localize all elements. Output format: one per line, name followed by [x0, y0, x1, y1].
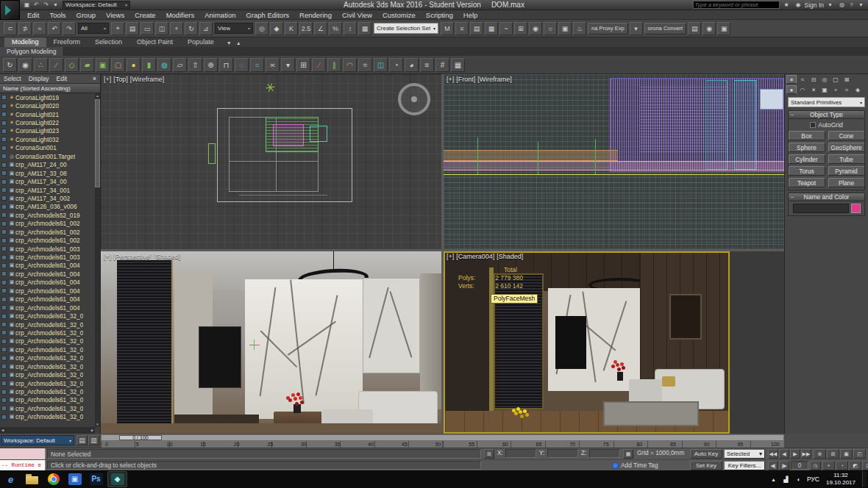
selection-filter-dropdown[interactable]: All▾: [78, 23, 109, 34]
scroll-down-icon[interactable]: ▼: [95, 422, 100, 427]
polygon-mode-icon[interactable]: ▰: [80, 58, 94, 72]
macro-recorder-line[interactable]: [0, 448, 46, 459]
create-cone-button[interactable]: Cone: [828, 131, 865, 140]
geometry-category-icon[interactable]: ●: [786, 85, 797, 94]
explorer-item[interactable]: ▣crp_Archmodels61_32_0: [0, 312, 95, 320]
explorer-menu-edit[interactable]: Edit: [53, 75, 71, 82]
scene-explorer-toggle-icon[interactable]: ▤: [77, 435, 88, 445]
menu-item-modifiers[interactable]: Modifiers: [161, 10, 200, 20]
select-and-scale-icon[interactable]: ⊿: [199, 22, 213, 35]
scrollbar-thumb[interactable]: [95, 99, 100, 187]
explorer-item[interactable]: ▣crp_AM117_34_002: [0, 194, 95, 202]
taskbar-clock[interactable]: 11:32 19.10.2017: [823, 472, 858, 487]
menu-item-tools[interactable]: Tools: [44, 10, 71, 20]
polygon-modeling-panel-tab[interactable]: Polygon Modeling: [0, 47, 64, 56]
show-desktop-button[interactable]: [862, 471, 867, 487]
create-sphere-button[interactable]: Sphere: [789, 143, 825, 152]
explorer-item[interactable]: ▣crp_AM117_34_00: [0, 177, 95, 185]
viewport-camera[interactable]: Total Polys: 2 779 380 Verts: 2 610 142 …: [444, 251, 784, 434]
pov-label[interactable]: [Top]: [113, 76, 128, 83]
helpers-category-icon[interactable]: +: [830, 85, 841, 94]
bevel-icon[interactable]: ⊕: [204, 58, 218, 72]
menu-item-animation[interactable]: Animation: [199, 10, 241, 20]
undo-scene-icon[interactable]: ↶: [48, 22, 61, 35]
select-object-icon[interactable]: ⌖: [111, 22, 124, 35]
explorer-item[interactable]: ▣crp_Archmodels61_003: [0, 253, 95, 261]
explorer-horizontal-scrollbar[interactable]: ◀ ▶: [0, 427, 95, 434]
align-tool-icon[interactable]: #: [435, 58, 449, 72]
explorer-sort-header[interactable]: Name (Sorted Ascending): [0, 84, 100, 93]
spinner-snap-icon[interactable]: ↕: [344, 22, 357, 35]
x-coordinate-input[interactable]: [505, 449, 536, 458]
element-mode-icon[interactable]: ▣: [96, 58, 110, 72]
scroll-right-icon[interactable]: ▶: [90, 428, 95, 433]
explorer-item[interactable]: ☀CoronaLight019: [0, 93, 95, 101]
create-tube-button[interactable]: Tube: [828, 154, 865, 164]
explorer-item[interactable]: ▣crp_Archmodels61_004: [0, 279, 95, 287]
explorer-item[interactable]: ▣crp_Archmodels61_32_0: [0, 362, 95, 370]
ribbon-tab-modeling[interactable]: Modeling: [4, 37, 46, 47]
menu-item-group[interactable]: Group: [71, 10, 101, 20]
layer-visibility-icon[interactable]: [1, 415, 7, 420]
torus-tool-icon[interactable]: ◍: [157, 58, 171, 72]
ribbon-minimize-icon[interactable]: ▴: [234, 38, 243, 47]
layer-visibility-icon[interactable]: [1, 146, 7, 151]
redo-icon[interactable]: ↷: [41, 1, 51, 10]
ribbon-tab-selection[interactable]: Selection: [88, 37, 129, 47]
motion-tab-icon[interactable]: ◎: [819, 75, 830, 84]
language-indicator[interactable]: РУС: [807, 476, 819, 483]
explorer-vertical-scrollbar[interactable]: ▲ ▼: [95, 93, 100, 427]
layer-explorer-toggle-icon[interactable]: ▥: [88, 435, 99, 445]
slice-icon[interactable]: ∕: [312, 58, 326, 72]
menu-item-graph-editors[interactable]: Graph Editors: [241, 10, 294, 20]
grid-snap-icon[interactable]: ▦: [623, 449, 633, 459]
layer-visibility-icon[interactable]: [1, 204, 7, 209]
explorer-menu-select[interactable]: Select: [0, 75, 25, 82]
ring-icon[interactable]: ○: [250, 58, 264, 72]
absolute-mode-transform-icon[interactable]: ⊞: [484, 449, 494, 459]
swift-loop-icon[interactable]: ∥: [327, 58, 341, 72]
unlink-selection-icon[interactable]: ⊅: [18, 22, 32, 35]
explorer-item[interactable]: ◎CoronaSun001.Target: [0, 152, 95, 160]
corona-converter-button[interactable]: orona Convert: [644, 23, 687, 35]
layer-visibility-icon[interactable]: [1, 381, 7, 386]
explorer-menu-display[interactable]: Display: [25, 75, 53, 82]
previous-key-icon[interactable]: ◀|: [768, 461, 778, 470]
layer-visibility-icon[interactable]: [1, 364, 7, 369]
field-of-view-icon[interactable]: ◩: [849, 461, 861, 470]
layer-visibility-icon[interactable]: [1, 179, 7, 184]
plane-tool-icon[interactable]: ▱: [173, 58, 187, 72]
explorer-item[interactable]: ▣crp_Archmodels52_019: [0, 211, 95, 219]
menu-item-civil-view[interactable]: Civil View: [337, 10, 377, 20]
viewport-menu-button[interactable]: [+]: [447, 76, 454, 83]
layer-visibility-icon[interactable]: [1, 255, 7, 260]
search-box[interactable]: [693, 1, 780, 9]
named-selection-sets-dropdown[interactable]: Create Selection Set▾: [374, 23, 438, 34]
undo-icon[interactable]: ↶: [32, 1, 41, 10]
select-and-manipulate-icon[interactable]: ◆: [270, 22, 283, 35]
explorer-close-icon[interactable]: ×: [89, 75, 100, 82]
favorites-star-icon[interactable]: ★: [782, 1, 791, 10]
explorer-item[interactable]: ▣crp_AM117_33_08: [0, 169, 95, 177]
object-color-swatch[interactable]: [851, 204, 861, 213]
viewport-front[interactable]: [+] [Front] [Wireframe]: [444, 74, 784, 249]
drag-poly-icon[interactable]: ▢: [111, 58, 125, 72]
explorer-item[interactable]: ☀CoronaLight021: [0, 110, 95, 118]
scroll-up-icon[interactable]: ▲: [95, 93, 100, 98]
go-to-end-icon[interactable]: ▶▶: [801, 449, 811, 459]
bridge-icon[interactable]: ⊓: [219, 58, 233, 72]
shading-label[interactable]: [Shaded]: [154, 253, 180, 260]
layer-visibility-icon[interactable]: [1, 129, 7, 134]
use-pivot-point-center-icon[interactable]: ◎: [255, 22, 268, 35]
redo-scene-icon[interactable]: ↷: [63, 22, 76, 35]
graphite-ribbon-toggle-icon[interactable]: ▦: [485, 22, 498, 35]
layer-visibility-icon[interactable]: [1, 246, 7, 251]
isoline-icon[interactable]: ≡: [420, 58, 434, 72]
viewport-menu-button[interactable]: [+]: [104, 253, 111, 260]
menu-item-help[interactable]: Help: [458, 10, 483, 20]
schematic-view-icon[interactable]: ⊞: [514, 22, 527, 35]
layer-visibility-icon[interactable]: [1, 347, 7, 352]
angle-snap-icon[interactable]: ∠: [314, 22, 327, 35]
explorer-item[interactable]: ▣crp_Archmodels61_004: [0, 295, 95, 304]
material-editor-icon[interactable]: ◉: [529, 22, 542, 35]
